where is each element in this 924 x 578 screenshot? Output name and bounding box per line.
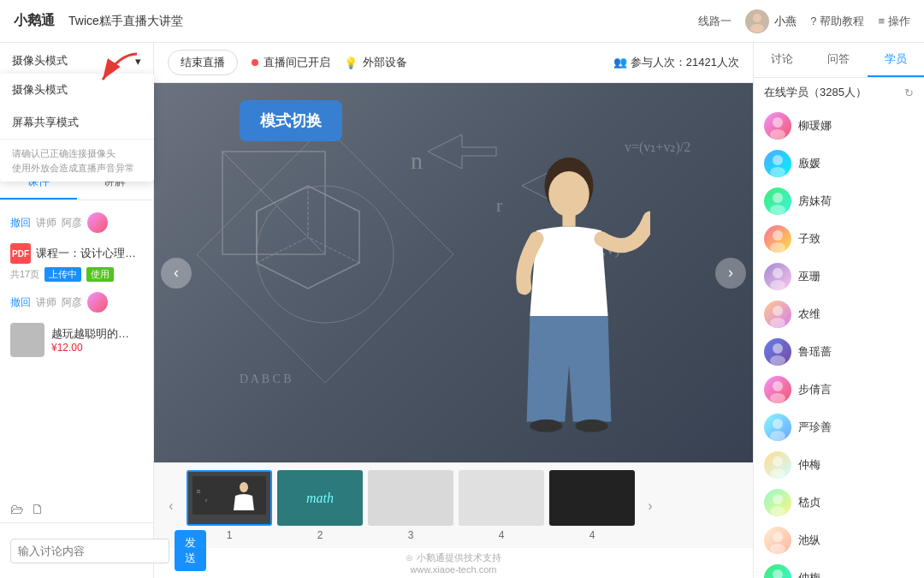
slides-prev-button[interactable]: ‹ xyxy=(161,496,181,516)
send-button[interactable]: 发送 xyxy=(175,530,206,571)
student-item: 步倩言 xyxy=(754,371,924,408)
participants-count: 👥 参与人次：21421人次 xyxy=(613,55,739,70)
student-item: 严珍善 xyxy=(754,408,924,446)
student-item: 池纵 xyxy=(754,521,924,559)
slide-thumb-4[interactable]: 4 xyxy=(459,470,544,541)
user-info[interactable]: 小燕 xyxy=(745,9,797,33)
slide-thumb-5[interactable]: 4 xyxy=(549,470,635,541)
svg-point-25 xyxy=(576,420,608,432)
student-avatar xyxy=(764,451,791,479)
help-button[interactable]: ? 帮助教程 xyxy=(810,14,864,29)
student-avatar xyxy=(764,489,791,516)
svg-rect-27 xyxy=(192,476,266,515)
external-device: 💡 外部设备 xyxy=(344,55,407,70)
chevron-down-icon: ▾ xyxy=(135,55,141,68)
attachment-row: 🗁 🗋 xyxy=(0,497,153,522)
student-name: 仲梅 xyxy=(798,457,820,473)
footer-line2: www.xiaoe-tech.com xyxy=(157,564,749,575)
slide-image-4 xyxy=(459,470,544,526)
page-title: Twice糕手直播大讲堂 xyxy=(68,14,684,29)
instructor-avatar-1 xyxy=(87,212,108,233)
slide-thumb-2[interactable]: math 2 xyxy=(277,470,363,541)
course-meta: 共17页 上传中 使用 xyxy=(10,267,143,282)
chat-input[interactable] xyxy=(10,539,169,563)
menu-icon: ≡ xyxy=(878,15,885,27)
footer: ⊙ 小鹅通提供技术支持 www.xiaoe-tech.com xyxy=(154,548,753,578)
ops-button[interactable]: ≡ 操作 xyxy=(878,14,910,29)
dropdown-item-screen[interactable]: 屏幕共享模式 xyxy=(0,106,154,139)
mode-switch-button[interactable]: 模式切换 xyxy=(240,100,342,141)
student-item: 巫珊 xyxy=(754,258,924,295)
svg-point-40 xyxy=(770,280,785,290)
camera-mode-dropdown: 摄像头模式 屏幕共享模式 请确认已正确连接摄像头 使用外放会造成直播声音异常 xyxy=(0,74,154,182)
header-line: 线路一 xyxy=(698,14,732,29)
student-item: 仲梅 xyxy=(754,446,924,484)
svg-point-54 xyxy=(770,544,785,554)
svg-line-5 xyxy=(325,254,453,383)
student-item: 子致 xyxy=(754,220,924,258)
student-item: 鲁瑶蔷 xyxy=(754,333,924,371)
courseware-list: 撤回 讲师 阿彦 PDF 课程一：设计心理… 共17页 上传中 使用 撤回 xyxy=(0,200,153,497)
student-name: 廒媛 xyxy=(798,156,820,171)
tab-students[interactable]: 学员 xyxy=(868,43,924,77)
tab-questions[interactable]: 问答 xyxy=(810,43,867,77)
product-price: ¥12.00 xyxy=(51,342,143,354)
slide-nav-left[interactable]: ‹ xyxy=(161,258,192,289)
footer-line1: ⊙ 小鹅通提供技术支持 xyxy=(157,551,749,564)
svg-line-19 xyxy=(257,237,308,263)
svg-point-52 xyxy=(770,506,785,516)
svg-point-55 xyxy=(773,569,783,578)
end-live-button[interactable]: 结束直播 xyxy=(168,50,238,75)
recall-label-1[interactable]: 撤回 xyxy=(10,216,31,230)
instructor-name-1: 阿彦 xyxy=(62,216,82,230)
image-icon[interactable]: 🗋 xyxy=(31,502,44,517)
student-name: 房妹荷 xyxy=(798,194,832,209)
slide-num-2: 2 xyxy=(317,529,323,541)
instructor-avatar-2 xyxy=(87,292,108,313)
svg-point-22 xyxy=(548,171,589,217)
svg-rect-23 xyxy=(562,214,575,226)
student-list: 柳瑗娜 廒媛 房妹荷 子致 巫珊 农维 xyxy=(754,107,924,578)
video-toolbar: 结束直播 直播间已开启 💡 外部设备 👥 参与人次：21421人次 xyxy=(154,43,753,83)
svg-point-48 xyxy=(770,431,785,441)
svg-line-6 xyxy=(197,254,325,383)
student-avatar xyxy=(764,150,791,177)
student-avatar xyxy=(764,338,791,366)
slide-nav-right[interactable]: › xyxy=(715,258,746,289)
use-badge[interactable]: 使用 xyxy=(86,267,114,282)
svg-point-34 xyxy=(770,167,785,177)
slides-next-button[interactable]: › xyxy=(640,496,660,516)
students-header: 在线学员（3285人） ↻ xyxy=(754,78,924,107)
question-icon: ? xyxy=(810,15,816,27)
recall-label-2[interactable]: 撤回 xyxy=(10,295,31,310)
student-name: 池纵 xyxy=(798,533,820,548)
svg-point-35 xyxy=(773,193,783,203)
svg-text:n: n xyxy=(411,147,423,174)
svg-point-0 xyxy=(753,14,761,22)
refresh-icon[interactable]: ↻ xyxy=(904,86,914,99)
tab-discussion[interactable]: 讨论 xyxy=(754,43,810,77)
student-item: 廒媛 xyxy=(754,145,924,182)
student-item: 农维 xyxy=(754,295,924,333)
svg-point-49 xyxy=(773,456,783,467)
svg-point-1 xyxy=(750,24,764,33)
slide-thumb-3[interactable]: 3 xyxy=(368,470,453,541)
course-title[interactable]: 课程一：设计心理… xyxy=(36,246,136,261)
main-layout: 摄像头模式 ▾ 摄像头模式 屏幕共享模式 请确认已正确连接摄像头 使用外放会造成… xyxy=(0,43,924,578)
camera-mode-label: 摄像头模式 xyxy=(12,53,68,69)
slide-num-4: 4 xyxy=(499,529,505,541)
product-title: 越玩越聪明的… xyxy=(51,326,143,342)
student-avatar xyxy=(764,376,791,403)
student-name: 巫珊 xyxy=(798,269,820,284)
student-item: 嵇贞 xyxy=(754,484,924,521)
chat-area: 发送 xyxy=(0,522,153,578)
course-pages: 共17页 xyxy=(10,268,39,281)
student-avatar xyxy=(764,564,791,578)
student-avatar xyxy=(764,188,791,215)
folder-icon[interactable]: 🗁 xyxy=(10,502,24,517)
slide-image-3 xyxy=(368,470,453,526)
svg-point-50 xyxy=(770,468,785,479)
svg-point-36 xyxy=(770,205,785,215)
svg-point-32 xyxy=(770,129,785,140)
dropdown-item-camera[interactable]: 摄像头模式 xyxy=(0,74,154,106)
